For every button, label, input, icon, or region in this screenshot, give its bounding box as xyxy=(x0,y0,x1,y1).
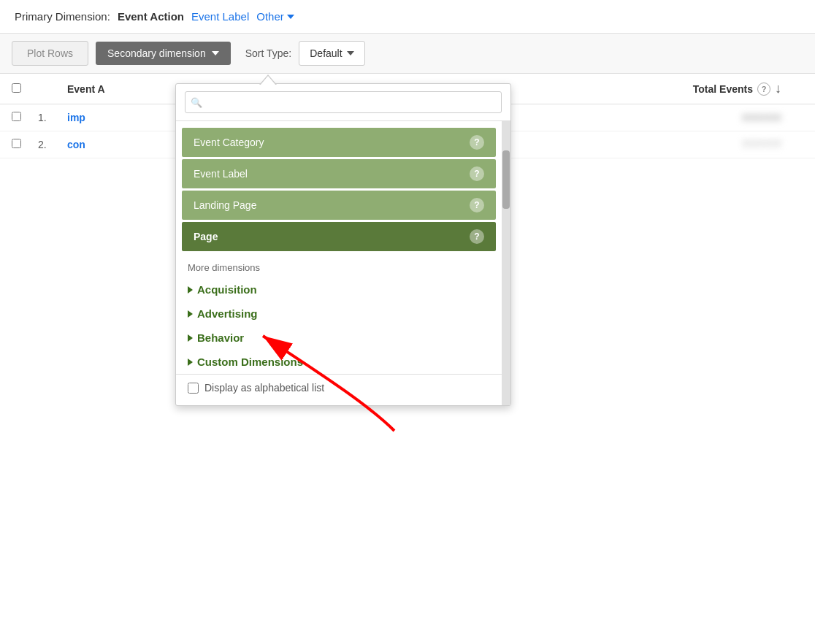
secondary-dimension-panel: Event Category ? Event Label ? Landing P… xyxy=(175,83,511,406)
more-dim-label: Advertising xyxy=(197,307,258,320)
dim-item-event-category[interactable]: Event Category ? xyxy=(182,128,496,157)
dropdown-items-container: Event Category ? Event Label ? Landing P… xyxy=(176,121,510,405)
dropdown-scroll-thumb[interactable] xyxy=(502,150,510,209)
header-total-events-col: Total Events ? ↓ xyxy=(693,81,781,96)
row1-number: 1. xyxy=(38,112,67,123)
row2-checkbox[interactable] xyxy=(12,139,21,148)
total-events-label: Total Events xyxy=(693,83,753,95)
event-label-link[interactable]: Event Label xyxy=(191,10,249,23)
alphabetical-checkbox[interactable] xyxy=(188,383,199,394)
row1-link[interactable]: imp xyxy=(67,112,85,123)
more-dim-custom-dimensions[interactable]: Custom Dimensions xyxy=(176,350,502,374)
help-icon-landing-page[interactable]: ? xyxy=(470,198,484,212)
other-label: Other xyxy=(256,10,284,23)
help-icon-page[interactable]: ? xyxy=(470,229,484,244)
dim-item-label: Page xyxy=(194,231,218,242)
active-dimension: Event Action xyxy=(118,10,184,23)
row1-checkbox[interactable] xyxy=(12,112,21,121)
dim-item-event-label[interactable]: Event Label ? xyxy=(182,159,496,188)
search-input[interactable] xyxy=(185,91,502,113)
dim-item-landing-page[interactable]: Landing Page ? xyxy=(182,191,496,220)
dim-item-label: Event Label xyxy=(194,168,248,180)
dropdown-triangle xyxy=(259,74,277,85)
select-all-checkbox[interactable] xyxy=(12,83,21,93)
sort-default-label: Default xyxy=(310,47,342,59)
total-events-help-icon[interactable]: ? xyxy=(757,83,770,96)
row2-number: 2. xyxy=(38,139,67,150)
more-dim-acquisition[interactable]: Acquisition xyxy=(176,277,502,302)
row2-checkbox-col xyxy=(12,139,38,150)
help-icon-event-category[interactable]: ? xyxy=(470,135,484,150)
plot-rows-button[interactable]: Plot Rows xyxy=(12,41,88,66)
dropdown-scrollbar[interactable] xyxy=(502,121,510,405)
more-dim-advertising[interactable]: Advertising xyxy=(176,302,502,326)
expand-icon-acquisition xyxy=(188,286,193,294)
help-icon-event-label[interactable]: ? xyxy=(470,166,484,181)
sort-default-button[interactable]: Default xyxy=(299,41,364,66)
expand-icon-advertising xyxy=(188,310,193,318)
other-caret-icon xyxy=(287,15,294,19)
other-dropdown[interactable]: Other xyxy=(256,10,294,23)
secondary-dimension-button[interactable]: Secondary dimension xyxy=(96,42,231,65)
dim-item-label: Landing Page xyxy=(194,199,256,211)
toolbar-row: Plot Rows Secondary dimension Sort Type:… xyxy=(0,34,815,74)
dropdown-search-area xyxy=(176,84,510,121)
sort-arrow-icon[interactable]: ↓ xyxy=(775,81,781,96)
more-dim-label: Custom Dimensions xyxy=(197,356,303,368)
sort-default-caret-icon xyxy=(347,51,354,55)
row2-link[interactable]: con xyxy=(67,139,85,150)
primary-dimension-label: Primary Dimension: xyxy=(15,10,110,23)
row1-checkbox-col xyxy=(12,112,38,123)
more-dim-label: Behavior xyxy=(197,331,244,344)
more-dim-label: Acquisition xyxy=(197,283,257,296)
expand-icon-custom-dimensions xyxy=(188,359,193,366)
more-dim-behavior[interactable]: Behavior xyxy=(176,326,502,350)
row2-value: 7777777 xyxy=(708,139,781,150)
alphabetical-label: Display as alphabetical list xyxy=(204,382,324,394)
row1-value: 8888888 xyxy=(708,112,781,123)
expand-icon-behavior xyxy=(188,334,193,342)
dim-item-label: Event Category xyxy=(194,137,264,148)
primary-dimension-bar: Primary Dimension: Event Action Event La… xyxy=(0,0,815,34)
more-dimensions-label: More dimensions xyxy=(176,253,502,277)
search-input-wrap xyxy=(185,91,502,113)
dim-item-page[interactable]: Page ? xyxy=(182,222,496,251)
dropdown-items-list: Event Category ? Event Label ? Landing P… xyxy=(176,121,502,405)
header-checkbox-col xyxy=(12,83,38,95)
sort-type-label: Sort Type: xyxy=(245,47,292,59)
dropdown-footer: Display as alphabetical list xyxy=(176,374,502,401)
secondary-dim-label: Secondary dimension xyxy=(107,47,206,59)
secondary-dim-caret-icon xyxy=(212,51,219,55)
